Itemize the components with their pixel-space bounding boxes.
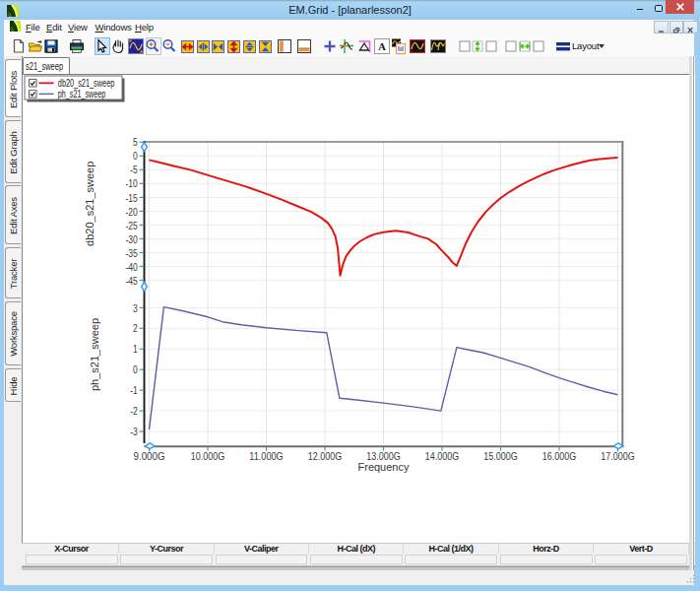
- svg-text:-25: -25: [126, 221, 139, 231]
- svg-text:Frequency: Frequency: [358, 461, 410, 473]
- svg-text:-10: -10: [126, 178, 139, 189]
- svg-text:-2: -2: [130, 406, 138, 417]
- svg-text:-1: -1: [130, 385, 138, 396]
- svg-text:-30: -30: [126, 234, 139, 245]
- svg-text:1: 1: [133, 344, 138, 355]
- svg-text:-35: -35: [126, 248, 139, 259]
- svg-text:-15: -15: [126, 193, 139, 204]
- svg-text:3: 3: [133, 303, 138, 314]
- svg-text:10.000G: 10.000G: [191, 451, 224, 462]
- svg-text:-40: -40: [126, 262, 139, 273]
- svg-text:-5: -5: [130, 164, 138, 175]
- svg-text:-45: -45: [126, 276, 139, 287]
- svg-text:17.000G: 17.000G: [601, 451, 634, 462]
- svg-text:2: 2: [133, 323, 138, 334]
- svg-text:ph_s21_sweep: ph_s21_sweep: [58, 89, 106, 99]
- svg-text:0: 0: [133, 151, 138, 162]
- svg-text:db20_s21_sweep: db20_s21_sweep: [58, 78, 115, 89]
- svg-text:14.000G: 14.000G: [425, 451, 459, 462]
- svg-text:15.000G: 15.000G: [483, 451, 517, 462]
- svg-text:s21_sweep: s21_sweep: [26, 61, 63, 72]
- svg-text:9.000G: 9.000G: [134, 451, 165, 462]
- svg-text:ph_s21_sweep: ph_s21_sweep: [89, 318, 100, 391]
- svg-text:12.000G: 12.000G: [308, 451, 342, 462]
- svg-text:16.000G: 16.000G: [542, 451, 576, 462]
- svg-text:A: A: [378, 40, 386, 52]
- svg-text:-3: -3: [130, 427, 138, 437]
- svg-text:-20: -20: [126, 207, 139, 218]
- svg-text:db20_s21_sweep: db20_s21_sweep: [84, 162, 95, 246]
- svg-text:5: 5: [133, 137, 138, 148]
- svg-text:0: 0: [133, 364, 138, 375]
- svg-text:11.000G: 11.000G: [249, 451, 283, 462]
